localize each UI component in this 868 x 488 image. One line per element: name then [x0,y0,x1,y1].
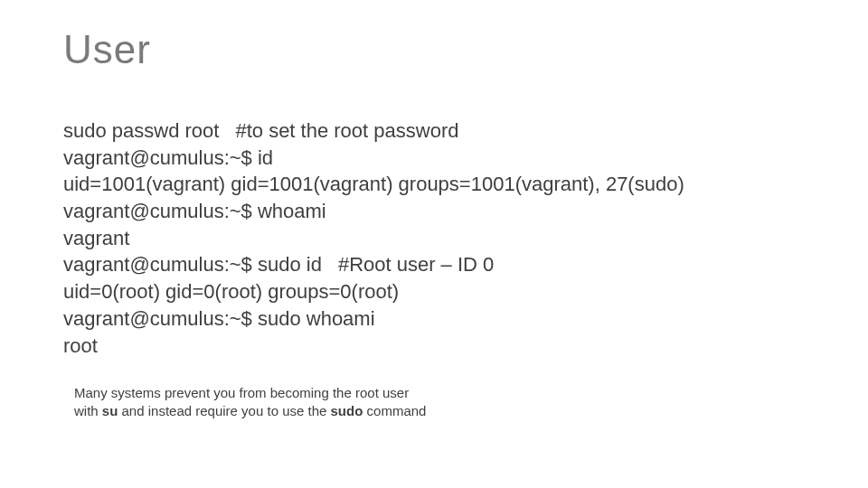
footnote-text: command [363,403,426,418]
terminal-line-7: uid=0(root) gid=0(root) groups=0(root) [63,278,814,305]
footnote-text: with [74,403,102,418]
terminal-line-5: vagrant [63,225,814,252]
footnote-bold-su: su [102,403,118,418]
terminal-line-1: sudo passwd root#to set the root passwor… [63,117,814,145]
footnote-bold-sudo: sudo [331,403,363,418]
footnote-text: and instead require you to use the [118,403,330,418]
footnote: Many systems prevent you from becoming t… [74,384,814,419]
comment-text: #to set the root password [235,119,458,142]
slide-title: User [63,27,814,72]
footnote-line-2: with su and instead require you to use t… [74,402,814,420]
cmd-text: sudo passwd root [63,119,219,142]
terminal-line-9: root [63,333,814,360]
terminal-line-8: vagrant@cumulus:~$ sudo whoami [63,305,814,333]
terminal-line-6: vagrant@cumulus:~$ sudo id#Root user – I… [63,251,814,278]
terminal-output: sudo passwd root#to set the root passwor… [63,117,814,359]
cmd-text: vagrant@cumulus:~$ sudo id [63,253,322,276]
terminal-line-4: vagrant@cumulus:~$ whoami [63,198,814,225]
comment-text: #Root user – ID 0 [338,253,494,276]
terminal-line-2: vagrant@cumulus:~$ id [63,145,814,172]
terminal-line-3: uid=1001(vagrant) gid=1001(vagrant) grou… [63,171,814,198]
footnote-line-1: Many systems prevent you from becoming t… [74,384,814,402]
